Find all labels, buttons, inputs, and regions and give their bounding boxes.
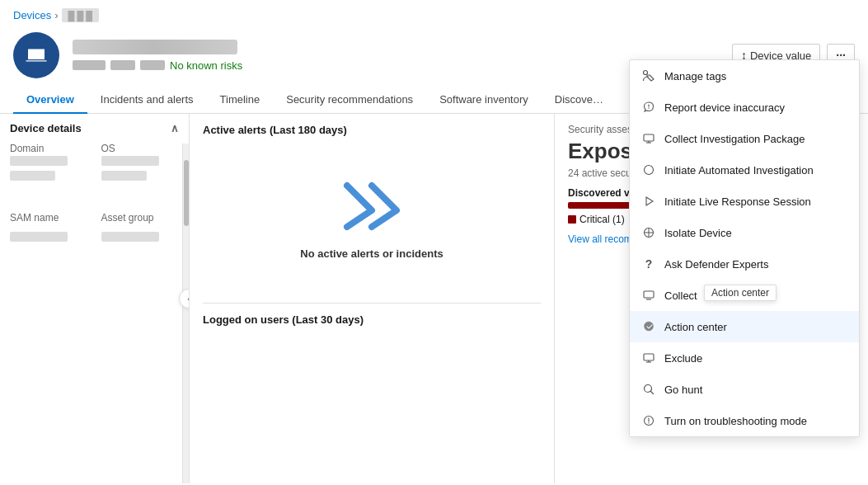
tab-software-inv[interactable]: Software inventory (426, 87, 542, 114)
manage-tags-icon (641, 68, 656, 83)
asset-value (101, 232, 159, 242)
left-panel: Device details ∧ Domain OS (0, 114, 190, 483)
menu-item-collect-investigation[interactable]: Collect Investigation Package (630, 123, 859, 154)
tab-timeline[interactable]: Timeline (207, 87, 274, 114)
detail-row-2: SAM name Asset group (10, 212, 179, 225)
svg-rect-3 (644, 134, 654, 141)
tab-incidents[interactable]: Incidents and alerts (87, 87, 207, 114)
device-name (73, 40, 237, 54)
menu-item-exclude[interactable]: Exclude (630, 342, 859, 374)
tag-block-3 (140, 60, 165, 70)
left-panel-scroll[interactable]: Domain OS SAM name (0, 139, 189, 479)
initiate-live-icon (641, 194, 656, 209)
tab-security-recs[interactable]: Security recommendations (273, 87, 426, 114)
breadcrumb-current: █ █ █ (62, 8, 100, 22)
menu-item-isolate-device[interactable]: Isolate Device (630, 217, 859, 248)
action-center-tooltip: Action center (704, 285, 777, 301)
scrollbar-thumb[interactable] (184, 160, 189, 226)
divider (203, 303, 541, 304)
breadcrumb-sep: › (54, 9, 58, 21)
initiate-live-label: Initiate Live Response Session (664, 195, 811, 208)
empty-text: No active alerts or incidents (300, 247, 443, 260)
empty-state-icon (331, 177, 413, 238)
go-hunt-label: Go hunt (664, 384, 702, 396)
manage-tags-label: Manage tags (664, 70, 726, 82)
device-avatar (13, 32, 59, 78)
tab-discovered[interactable]: Discove… (542, 87, 617, 114)
exclude-label: Exclude (664, 352, 702, 365)
empty-state: No active alerts or incidents (203, 144, 541, 293)
menu-item-ask-defender[interactable]: ? Ask Defender Experts (630, 248, 859, 280)
domain-value (10, 156, 68, 166)
ask-defender-icon: ? (641, 257, 656, 271)
sam-label: SAM name (10, 212, 88, 224)
domain-label: Domain (10, 143, 88, 154)
dropdown-menu: Manage tags Report device inaccuracy Col… (629, 59, 860, 437)
troubleshooting-icon (641, 413, 656, 428)
device-tags: No known risks (73, 59, 719, 72)
device-details-table: Domain OS SAM name (0, 139, 189, 252)
detail-row-1: Domain OS (10, 143, 179, 181)
troubleshooting-label: Turn on troubleshooting mode (664, 415, 807, 427)
domain-col: Domain (10, 143, 88, 181)
isolate-device-icon (641, 225, 656, 240)
report-inaccuracy-icon (641, 100, 656, 115)
collect-investigation-icon (641, 131, 656, 146)
tag-block-1 (73, 60, 106, 70)
panel-header: Device details ∧ (0, 114, 189, 139)
svg-rect-7 (644, 291, 654, 298)
os-label: OS (101, 143, 180, 154)
menu-item-report-inaccuracy[interactable]: Report device inaccuracy (630, 92, 859, 123)
menu-item-initiate-automated[interactable]: Initiate Automated Investigation (630, 154, 859, 186)
report-inaccuracy-label: Report device inaccuracy (664, 101, 785, 114)
center-panel: Active alerts (Last 180 days) No active … (190, 114, 555, 483)
initiate-automated-label: Initiate Automated Investigation (664, 164, 814, 177)
sam-col: SAM name (10, 212, 88, 225)
critical-dot (568, 215, 576, 224)
svg-rect-2 (648, 105, 649, 107)
menu-item-manage-tags[interactable]: Manage tags (630, 60, 859, 92)
os-col: OS (101, 143, 180, 181)
legend-critical: Critical (1) (568, 214, 625, 225)
breadcrumb: Devices › █ █ █ (0, 0, 868, 27)
isolate-device-label: Isolate Device (664, 227, 732, 239)
go-hunt-icon (641, 382, 656, 397)
collect-investigation-label: Collect Investigation Package (664, 133, 805, 145)
scrollbar-track (182, 144, 189, 483)
collect-label: Collect (664, 290, 697, 302)
os-value-2 (101, 171, 147, 181)
svg-point-4 (645, 166, 654, 175)
active-alerts-title: Active alerts (Last 180 days) (203, 124, 541, 136)
svg-rect-8 (644, 354, 654, 360)
no-known-risks: No known risks (170, 59, 242, 72)
menu-item-action-center[interactable]: Action center (630, 311, 859, 342)
device-info: No known risks (73, 40, 719, 72)
initiate-automated-icon (641, 162, 656, 177)
action-center-label: Action center (664, 321, 727, 333)
collapse-button[interactable]: ∧ (171, 122, 179, 134)
legend-critical-label: Critical (1) (579, 214, 625, 225)
tag-block-2 (110, 60, 135, 70)
domain-value-2 (10, 171, 55, 181)
asset-label: Asset group (101, 212, 180, 224)
logged-users-title: Logged on users (Last 30 days) (203, 313, 541, 326)
collect-icon (641, 288, 656, 303)
asset-value-col (101, 232, 180, 242)
svg-point-1 (648, 107, 649, 108)
tab-overview[interactable]: Overview (13, 87, 87, 114)
asset-col: Asset group (101, 212, 180, 225)
os-value (101, 156, 159, 166)
exclude-icon (641, 351, 656, 365)
sam-value (10, 232, 68, 242)
menu-item-initiate-live[interactable]: Initiate Live Response Session (630, 186, 859, 217)
menu-item-troubleshooting[interactable]: Turn on troubleshooting mode (630, 405, 859, 436)
menu-item-go-hunt[interactable]: Go hunt (630, 374, 859, 405)
panel-title: Device details (10, 122, 82, 134)
ask-defender-label: Ask Defender Experts (664, 258, 768, 271)
detail-row-3 (10, 232, 179, 242)
breadcrumb-root[interactable]: Devices (13, 9, 51, 21)
sam-value-col (10, 232, 88, 242)
action-center-icon (641, 319, 656, 334)
svg-point-0 (644, 71, 648, 75)
menu-item-collect[interactable]: Collect Action center (630, 280, 859, 311)
